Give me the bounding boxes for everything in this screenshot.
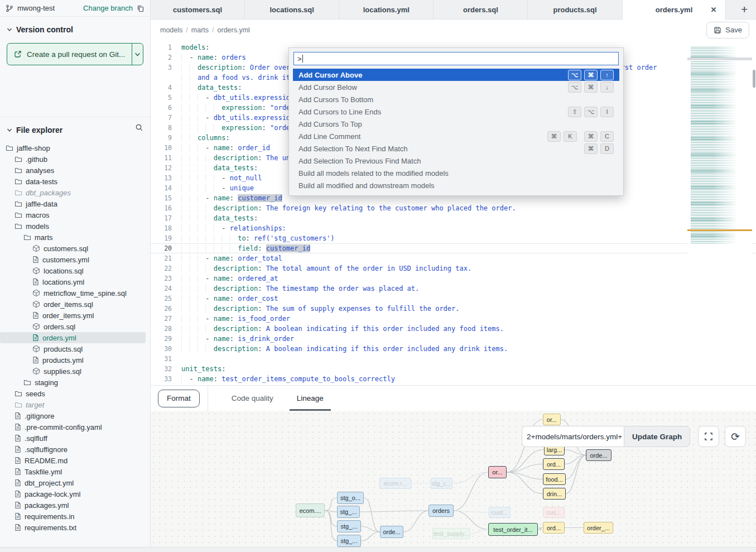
command-palette-input[interactable]: > xyxy=(293,52,619,65)
lineage-canvas[interactable]: 2+models/marts/orders.yml+ Update Graph … xyxy=(151,411,756,548)
lineage-node-orditems[interactable]: orde... xyxy=(380,526,403,538)
fullscreen-button[interactable] xyxy=(698,426,719,447)
palette-item[interactable]: Add Cursors To Top xyxy=(293,118,619,130)
file-item-products.yml[interactable]: products.yml xyxy=(0,354,150,366)
tab-orders.yml[interactable]: orders.yml✕ xyxy=(623,0,726,20)
tab-lineage[interactable]: Lineage xyxy=(297,386,324,411)
editor-line[interactable]: 22 description: The total amount of the … xyxy=(151,263,756,273)
minimap[interactable] xyxy=(687,40,752,385)
palette-item[interactable]: Build all modified and downstream models xyxy=(293,179,619,191)
editor-line[interactable]: 33 - name: test_order_items_compute_to_b… xyxy=(151,374,756,384)
folder-item-models[interactable]: models xyxy=(0,220,150,232)
lineage-node-cust[interactable]: cust... xyxy=(489,507,511,518)
file-item-orders.sql[interactable]: orders.sql xyxy=(0,321,150,332)
editor-line[interactable]: 21 - name: order_total xyxy=(151,253,756,263)
folder-item-data-tests[interactable]: data-tests xyxy=(0,176,150,187)
editor-line[interactable]: 29 - name: is_drink_order xyxy=(151,334,756,344)
editor-line[interactable]: 16 description: The foreign key relating… xyxy=(151,203,756,213)
folder-item-.github[interactable]: .github xyxy=(0,153,150,165)
lineage-node-order3[interactable]: order_... xyxy=(584,522,613,534)
save-button[interactable]: Save xyxy=(706,22,749,39)
palette-item[interactable]: Add Cursors To Bottom xyxy=(293,93,619,105)
folder-item-target[interactable]: target xyxy=(0,399,150,410)
file-item-order_items.sql[interactable]: order_items.sql xyxy=(0,299,150,310)
lineage-node-orders[interactable]: orders xyxy=(428,505,454,517)
lineage-node-stg3[interactable]: stg_... xyxy=(337,520,361,532)
palette-item[interactable]: Add Selection To Next Find Match⌘D xyxy=(293,142,619,155)
file-item-.gitignore[interactable]: .gitignore xyxy=(0,410,150,421)
editor-line[interactable]: 31 xyxy=(151,354,756,364)
folder-item-analyses[interactable]: analyses xyxy=(0,165,150,176)
file-item-locations.yml[interactable]: locations.yml xyxy=(0,276,150,287)
breadcrumb[interactable]: marts xyxy=(191,26,209,34)
close-icon[interactable]: ✕ xyxy=(711,6,717,14)
lineage-node-ord2[interactable]: ord... xyxy=(543,522,565,534)
lineage-node-ecomr[interactable]: ecom.r... xyxy=(379,478,411,489)
file-item-dbt_project.yml[interactable]: dbt_project.yml xyxy=(0,477,150,488)
lineage-node-ord1[interactable]: ord... xyxy=(543,458,565,470)
editor-scrollbar[interactable] xyxy=(752,40,756,385)
palette-item[interactable]: Add Selection To Previous Find Match xyxy=(293,155,619,167)
lineage-node-or_pink[interactable]: or... xyxy=(488,466,507,478)
file-item-Taskfile.yml[interactable]: Taskfile.yml xyxy=(0,466,150,477)
editor-line[interactable]: 28 description: A boolean indicating if … xyxy=(151,324,756,334)
tab-customers.sql[interactable]: customers.sql xyxy=(151,0,245,19)
search-icon[interactable] xyxy=(135,123,143,132)
breadcrumb[interactable]: orders.yml xyxy=(218,26,250,34)
editor-line[interactable]: 24 description: The timestamp the order … xyxy=(151,284,756,294)
palette-item[interactable]: Add Cursors to Line Ends⇧⌥I xyxy=(293,105,619,118)
lineage-node-or_y1[interactable]: or... xyxy=(543,414,561,425)
file-item-.sqlfluff[interactable]: .sqlfluff xyxy=(0,433,150,444)
lineage-node-testsupply[interactable]: test_supply... xyxy=(432,528,470,539)
file-item-locations.sql[interactable]: locations.sql xyxy=(0,265,150,276)
file-explorer-header[interactable]: File explorer xyxy=(0,117,135,138)
refresh-button[interactable]: ⟳ xyxy=(725,426,746,447)
file-item-README.md[interactable]: README.md xyxy=(0,455,150,466)
copy-icon[interactable] xyxy=(137,4,145,12)
editor-line[interactable]: 32unit_tests: xyxy=(151,364,756,374)
palette-item[interactable]: Build all models related to the modified… xyxy=(293,167,619,179)
update-graph-button[interactable]: Update Graph xyxy=(624,426,690,447)
editor-line[interactable]: 25 - name: order_cost xyxy=(151,294,756,304)
editor-scrollbar-thumb[interactable] xyxy=(753,70,755,88)
palette-item[interactable]: Add Cursor Below⌥⌘↓ xyxy=(293,81,619,93)
editor-line[interactable]: 30 description: A boolean indicating if … xyxy=(151,344,756,354)
folder-item-seeds[interactable]: seeds xyxy=(0,388,150,399)
editor-line[interactable]: 18 - relationships: xyxy=(151,223,756,233)
create-pr-dropdown[interactable] xyxy=(132,44,143,65)
folder-item-macros[interactable]: macros xyxy=(0,209,150,220)
file-item-metricflow_time_spine.sql[interactable]: metricflow_time_spine.sql xyxy=(0,287,150,299)
editor-line[interactable]: 23 - name: ordered_at xyxy=(151,273,756,284)
lineage-node-cus2[interactable]: cus... xyxy=(543,507,565,518)
create-pr-split-button[interactable]: Create a pull request on Git... xyxy=(7,43,143,65)
editor-line[interactable]: 20 field: customer_id xyxy=(151,243,756,253)
lineage-search-input[interactable]: 2+models/marts/orders.yml+ xyxy=(522,426,624,447)
lineage-node-stg4[interactable]: stg_... xyxy=(337,535,361,547)
file-item-products.sql[interactable]: products.sql xyxy=(0,343,150,354)
file-item-requirements.txt[interactable]: requirements.txt xyxy=(0,522,150,533)
breadcrumb[interactable]: models xyxy=(160,26,182,34)
editor-line[interactable]: 26 description: The sum of supply expens… xyxy=(151,304,756,314)
file-item-.sqlfluffignore[interactable]: .sqlfluffignore xyxy=(0,444,150,455)
palette-item[interactable]: Add Line Comment⌘K⌘C xyxy=(293,130,619,142)
editor-line[interactable]: 27 - name: is_food_order xyxy=(151,314,756,324)
folder-item-jaffle-shop[interactable]: jaffle-shop xyxy=(0,142,150,153)
editor-line[interactable]: 19 to: ref('stg_customers') xyxy=(151,233,756,243)
editor-line[interactable]: 17 data_tests: xyxy=(151,213,756,223)
folder-item-dbt_packages[interactable]: dbt_packages xyxy=(0,187,150,198)
version-control-header[interactable]: Version control xyxy=(0,17,150,37)
file-item-order_items.yml[interactable]: order_items.yml xyxy=(0,310,150,321)
lineage-node-stgc[interactable]: stg_c... xyxy=(431,478,452,489)
tab-code-quality[interactable]: Code quality xyxy=(232,386,273,411)
palette-item[interactable]: Add Cursor Above⌥⌘↑ xyxy=(293,69,619,81)
file-item-.pre-commit-config.yaml[interactable]: .pre-commit-config.yaml xyxy=(0,421,150,433)
file-item-package-lock.yml[interactable]: package-lock.yml xyxy=(0,488,150,500)
folder-item-staging[interactable]: staging xyxy=(0,377,150,388)
create-pr-button[interactable]: Create a pull request on Git... xyxy=(7,44,132,65)
lineage-node-orde_gray[interactable]: orde... xyxy=(586,449,611,461)
lineage-node-stg1[interactable]: stg_o... xyxy=(337,492,364,504)
tab-locations.yml[interactable]: locations.yml xyxy=(339,0,434,19)
file-item-customers.sql[interactable]: customers.sql xyxy=(0,243,150,254)
lineage-node-stg2[interactable]: stg_... xyxy=(337,506,360,518)
file-item-packages.yml[interactable]: packages.yml xyxy=(0,500,150,511)
